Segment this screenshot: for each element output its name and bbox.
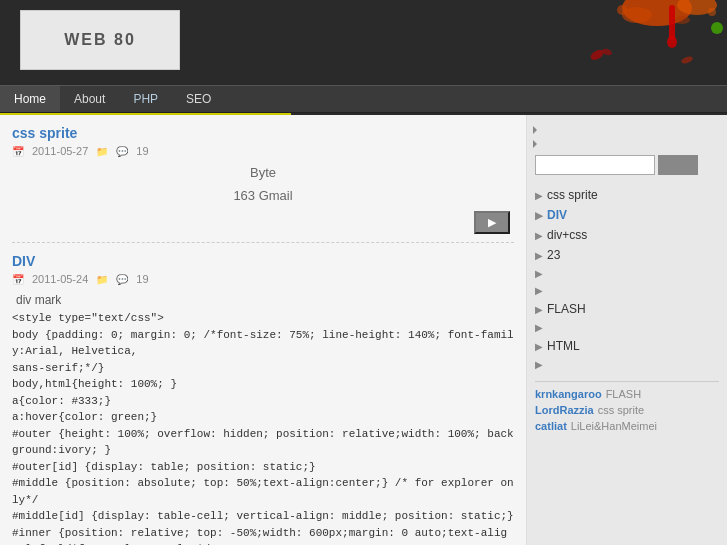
header: WEB 80 bbox=[0, 0, 727, 85]
sidebar-item-empty3[interactable]: ▶ bbox=[527, 319, 727, 336]
sidebar-nav: ▶ css sprite ▶ DIV ▶ div+css ▶ 23 ▶ ▶ bbox=[527, 185, 727, 373]
comment-item-2: LordRazzia css sprite bbox=[527, 402, 727, 418]
sidebar-item-html[interactable]: ▶ HTML bbox=[527, 336, 727, 356]
nav-home[interactable]: Home bbox=[0, 86, 60, 112]
sidebar-item-empty1[interactable]: ▶ bbox=[527, 265, 727, 282]
svg-rect-6 bbox=[669, 5, 675, 40]
article-code-div: <style type="text/css"> body {padding: 0… bbox=[12, 310, 514, 545]
arrow-icon-e1: ▶ bbox=[535, 268, 543, 279]
article-content-div-line1: div mark bbox=[12, 291, 514, 310]
folder-icon: 📁 bbox=[96, 146, 108, 157]
article-title-div[interactable]: DIV bbox=[12, 253, 35, 269]
logo-text: WEB 80 bbox=[64, 31, 136, 49]
comment-icon: 💬 bbox=[116, 146, 128, 157]
svg-point-9 bbox=[589, 48, 605, 62]
sidebar-label-div: DIV bbox=[547, 208, 567, 222]
content-area: css sprite 📅 2011-05-27 📁 💬 19 Byte 163 … bbox=[0, 115, 527, 545]
comment-item-1: krnkangaroo FLASH bbox=[527, 386, 727, 402]
article-date-css-sprite: 2011-05-27 bbox=[32, 145, 88, 157]
article-footer-css-sprite: ▶ bbox=[12, 211, 514, 234]
comment-item-3: catliat LiLei&HanMeimei bbox=[527, 418, 727, 434]
arrow-icon-2 bbox=[533, 140, 539, 148]
calendar-icon-div: 📅 bbox=[12, 274, 24, 285]
calendar-icon: 📅 bbox=[12, 146, 24, 157]
sidebar-label-css-sprite: css sprite bbox=[547, 188, 598, 202]
main-layout: css sprite 📅 2011-05-27 📁 💬 19 Byte 163 … bbox=[0, 115, 727, 545]
sidebar-label-divcss: div+css bbox=[547, 228, 587, 242]
sidebar-label-23: 23 bbox=[547, 248, 560, 262]
article-comments-div: 19 bbox=[136, 273, 148, 285]
svg-point-7 bbox=[667, 36, 677, 48]
arrow-icon-e4: ▶ bbox=[535, 359, 543, 370]
article-meta-div: 📅 2011-05-24 📁 💬 19 bbox=[12, 273, 514, 285]
sidebar-item-23[interactable]: ▶ 23 bbox=[527, 245, 727, 265]
sidebar-item-empty4[interactable]: ▶ bbox=[527, 356, 727, 373]
article-comments-css-sprite: 19 bbox=[136, 145, 148, 157]
arrow-icon-1 bbox=[533, 126, 539, 134]
sidebar-spacer-top bbox=[527, 121, 727, 135]
svg-point-0 bbox=[622, 0, 692, 26]
logo[interactable]: WEB 80 bbox=[20, 10, 180, 70]
nav-about[interactable]: About bbox=[60, 86, 119, 112]
sidebar-item-empty2[interactable]: ▶ bbox=[527, 282, 727, 299]
sidebar-label-flash: FLASH bbox=[547, 302, 586, 316]
sidebar-item-divcss[interactable]: ▶ div+css bbox=[527, 225, 727, 245]
arrow-icon-e2: ▶ bbox=[535, 285, 543, 296]
svg-point-3 bbox=[674, 16, 690, 24]
article-div: DIV 📅 2011-05-24 📁 💬 19 div mark <style … bbox=[12, 253, 514, 545]
sidebar-search-area bbox=[527, 149, 727, 181]
read-more-css-sprite[interactable]: ▶ bbox=[474, 211, 510, 234]
sidebar: ▶ css sprite ▶ DIV ▶ div+css ▶ 23 ▶ ▶ bbox=[527, 115, 727, 545]
arrow-icon-css-sprite: ▶ bbox=[535, 190, 543, 201]
folder-icon-div: 📁 bbox=[96, 274, 108, 285]
article-content-line1: Byte bbox=[12, 165, 514, 180]
search-input[interactable] bbox=[535, 155, 655, 175]
arrow-icon-div: ▶ bbox=[535, 210, 543, 221]
navbar: Home About PHP SEO bbox=[0, 85, 727, 113]
sidebar-spacer-top2 bbox=[527, 135, 727, 149]
arrow-icon-divcss: ▶ bbox=[535, 230, 543, 241]
comment-post-1: FLASH bbox=[606, 388, 641, 400]
comment-post-2: css sprite bbox=[598, 404, 644, 416]
comment-post-3: LiLei&HanMeimei bbox=[571, 420, 657, 432]
sidebar-label-html: HTML bbox=[547, 339, 580, 353]
article-title-css-sprite[interactable]: css sprite bbox=[12, 125, 77, 141]
sidebar-item-css-sprite[interactable]: ▶ css sprite bbox=[527, 185, 727, 205]
comment-author-3: catliat bbox=[535, 420, 567, 432]
article-meta-css-sprite: 📅 2011-05-27 📁 💬 19 bbox=[12, 145, 514, 157]
article-content-line2: 163 Gmail bbox=[12, 188, 514, 203]
svg-point-8 bbox=[711, 22, 723, 34]
sidebar-item-flash[interactable]: ▶ FLASH bbox=[527, 299, 727, 319]
comment-author-2: LordRazzia bbox=[535, 404, 594, 416]
article-css-sprite: css sprite 📅 2011-05-27 📁 💬 19 Byte 163 … bbox=[12, 125, 514, 243]
svg-point-1 bbox=[677, 0, 717, 15]
nav-php[interactable]: PHP bbox=[119, 86, 172, 112]
svg-point-10 bbox=[601, 47, 612, 56]
arrow-icon-e3: ▶ bbox=[535, 322, 543, 333]
sidebar-divider bbox=[535, 381, 719, 382]
arrow-icon-flash: ▶ bbox=[535, 304, 543, 315]
svg-point-11 bbox=[680, 55, 693, 65]
svg-point-5 bbox=[708, 8, 716, 16]
comment-author-1: krnkangaroo bbox=[535, 388, 602, 400]
sidebar-item-div[interactable]: ▶ DIV bbox=[527, 205, 727, 225]
sidebar-recent-comments: krnkangaroo FLASH LordRazzia css sprite … bbox=[527, 386, 727, 434]
article-date-div: 2011-05-24 bbox=[32, 273, 88, 285]
svg-point-4 bbox=[617, 5, 627, 15]
comment-icon-div: 💬 bbox=[116, 274, 128, 285]
arrow-icon-html: ▶ bbox=[535, 341, 543, 352]
svg-point-2 bbox=[622, 7, 652, 23]
search-button[interactable] bbox=[658, 155, 698, 175]
header-splatter bbox=[427, 0, 727, 85]
nav-seo[interactable]: SEO bbox=[172, 86, 225, 112]
arrow-icon-23: ▶ bbox=[535, 250, 543, 261]
